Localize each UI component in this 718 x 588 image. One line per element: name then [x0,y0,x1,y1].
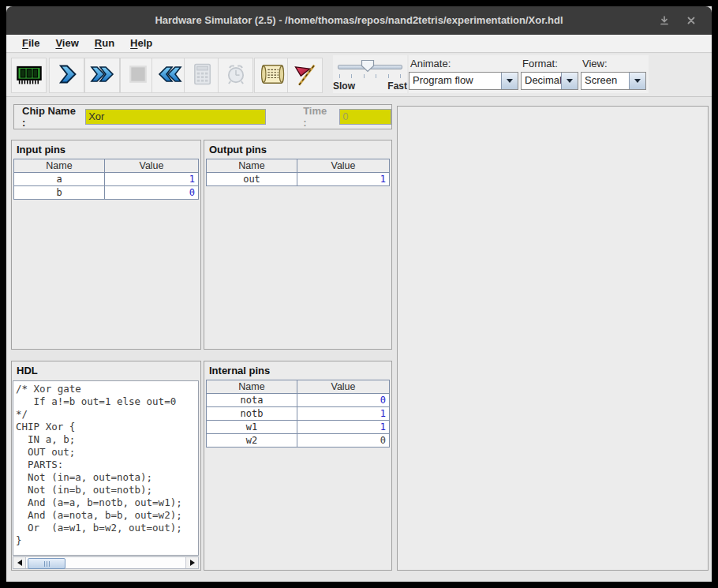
slider-fast-label: Fast [387,81,407,92]
output-pins-table: Name Value out 1 [206,159,390,186]
internal-pins-panel: Internal pins Name Value nota 0 notb 1 w… [204,361,392,571]
triangle-left-icon [17,560,22,566]
chevron-down-icon [507,79,513,83]
script-button[interactable] [254,58,290,93]
hdl-code-view[interactable]: /* Xor gate If a!=b out=1 else out=0 */ … [13,380,199,556]
scroll-left-button[interactable] [13,557,26,568]
view-group: View: Screen [581,55,649,93]
table-row: notb 1 [207,407,389,421]
slider-slow-label: Slow [333,81,355,92]
speed-slider-thumb[interactable] [361,59,375,76]
toolbar: Slow Fast Animate: Program flow Format: … [6,54,712,97]
time-field: 0 [339,109,391,125]
table-row: b 0 [14,186,198,199]
internal-pins-title: Internal pins [204,361,391,380]
calculator-button [184,58,219,93]
input-pins-table: Name Value a 1 b 0 [13,159,199,200]
stop-icon [128,64,148,88]
format-dropdown-arrow[interactable] [561,73,578,89]
view-dropdown-arrow[interactable] [629,73,645,89]
table-header: Name Value [207,380,389,394]
minimize-icon[interactable] [658,14,671,27]
hdl-panel: HDL /* Xor gate If a!=b out=1 else out=0… [11,361,201,571]
table-row: out 1 [207,173,389,185]
menu-view[interactable]: View [47,35,86,52]
script-icon [259,62,286,90]
menu-file[interactable]: File [14,35,47,52]
menu-run[interactable]: Run [87,35,122,52]
close-icon[interactable] [685,14,697,27]
clock-icon [223,62,249,90]
table-row: nota 0 [207,394,389,407]
chip-name-field[interactable]: Xor [85,109,266,125]
format-group: Format: Decimal [521,55,581,93]
desktop: Hardware Simulator (2.5) - /home/thomas/… [0,0,718,588]
format-label: Format: [522,58,558,69]
load-chip-button[interactable] [11,58,47,93]
triangle-right-icon [190,560,195,566]
window-title: Hardware Simulator (2.5) - /home/thomas/… [6,6,712,35]
input-pins-panel: Input pins Name Value a 1 b 0 [11,140,201,350]
chip-name-label: Chip Name : [22,105,80,129]
format-select[interactable]: Decimal [521,72,578,90]
chip-header-panel: Chip Name : Xor Time : 0 [13,104,392,129]
view-label: View: [582,58,608,69]
input-pins-title: Input pins [12,140,200,159]
animate-label: Animate: [410,58,451,69]
rewind-icon [157,63,182,88]
single-step-icon [56,63,78,88]
rewind-button[interactable] [151,58,187,93]
table-header: Name Value [207,159,389,173]
screen-display-area [397,106,709,571]
table-header: Name Value [14,159,198,173]
single-step-button[interactable] [49,58,84,93]
menubar: File View Run Help [6,35,712,53]
run-button[interactable] [84,58,120,93]
animate-select[interactable]: Program flow [409,72,518,90]
scroll-right-button[interactable] [185,557,198,568]
output-pins-title: Output pins [204,140,391,159]
internal-pins-table: Name Value nota 0 notb 1 w1 1 w2 0 [206,380,390,448]
hdl-title: HDL [12,361,200,380]
output-pins-panel: Output pins Name Value out 1 [204,140,392,350]
table-row: w2 0 [207,434,389,447]
calculator-icon [189,62,215,90]
clock-button [218,58,253,93]
chevron-down-icon [567,79,573,83]
scrollbar-track[interactable] [26,557,185,568]
animate-group: Animate: Program flow [409,55,521,93]
scrollbar-thumb[interactable] [28,558,65,569]
stop-button[interactable] [120,58,155,93]
run-icon [90,63,115,88]
view-select[interactable]: Screen [581,72,646,90]
titlebar[interactable]: Hardware Simulator (2.5) - /home/thomas/… [6,6,712,35]
animate-dropdown-arrow[interactable] [501,73,518,89]
hdl-horizontal-scrollbar[interactable] [13,556,199,569]
speed-slider-ticks [339,74,401,78]
breakpoint-flag-icon [292,62,319,90]
chevron-down-icon [634,79,641,83]
time-label: Time : [303,105,332,129]
table-row: w1 1 [207,421,389,434]
speed-slider-group: Slow Fast [333,55,407,93]
hardware-simulator-window: Hardware Simulator (2.5) - /home/thomas/… [6,6,712,582]
load-chip-icon [15,60,43,92]
table-row: a 1 [14,173,198,186]
menu-help[interactable]: Help [122,35,160,52]
breakpoint-flag-button[interactable] [287,58,323,93]
